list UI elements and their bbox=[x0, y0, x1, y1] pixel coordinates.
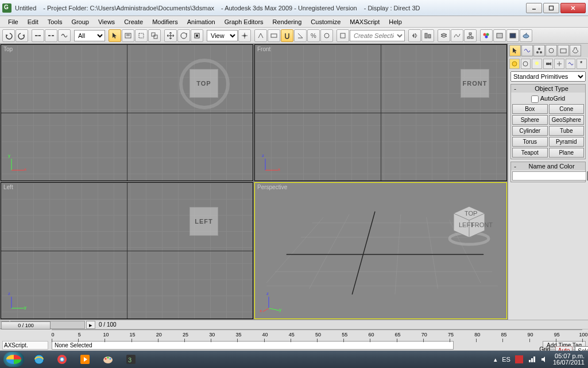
select-scale-button[interactable] bbox=[191, 29, 203, 42]
viewcube-top[interactable]: TOP bbox=[189, 69, 218, 98]
quick-render-button[interactable] bbox=[520, 29, 532, 42]
tray-volume-icon[interactable] bbox=[540, 355, 548, 363]
tube-button[interactable]: Tube bbox=[549, 126, 585, 136]
geometry-icon[interactable] bbox=[509, 59, 520, 69]
system-clock[interactable]: 05:07 p.m. 16/07/2011 bbox=[553, 353, 585, 366]
object-name-input[interactable] bbox=[512, 171, 586, 181]
chrome-icon[interactable] bbox=[51, 352, 73, 367]
schematic-view-button[interactable] bbox=[464, 29, 477, 42]
box-button[interactable]: Box bbox=[512, 104, 548, 114]
menu-rendering[interactable]: Rendering bbox=[268, 17, 307, 26]
redo-button[interactable] bbox=[16, 29, 28, 42]
selection-filter-combo[interactable]: All bbox=[74, 30, 105, 41]
named-selection-combo[interactable]: Create Selection Set bbox=[350, 30, 405, 41]
pyramid-button[interactable]: Pyramid bbox=[549, 137, 585, 147]
create-tab[interactable] bbox=[509, 45, 521, 56]
layers-button[interactable] bbox=[438, 29, 450, 42]
select-region-button[interactable] bbox=[135, 29, 148, 42]
sphere-button[interactable]: Sphere bbox=[512, 115, 548, 125]
time-ruler[interactable]: 0510152025303540455055606570758085909510… bbox=[52, 329, 582, 342]
utilities-tab[interactable] bbox=[570, 45, 581, 56]
tray-flag-icon[interactable] bbox=[515, 355, 523, 363]
select-by-name-button[interactable] bbox=[122, 29, 134, 42]
menu-tools[interactable]: Tools bbox=[43, 17, 67, 26]
name-color-header[interactable]: Name and Color bbox=[519, 163, 585, 170]
language-indicator[interactable]: ES bbox=[502, 356, 510, 363]
systems-icon[interactable]: * bbox=[577, 59, 587, 69]
hierarchy-tab[interactable] bbox=[533, 45, 545, 56]
mirror-button[interactable] bbox=[408, 29, 421, 42]
lights-icon[interactable] bbox=[532, 59, 542, 69]
viewport-left[interactable]: Left LEFT z y bbox=[1, 182, 253, 319]
menu-create[interactable]: Create bbox=[119, 17, 148, 26]
close-button[interactable] bbox=[560, 3, 586, 13]
percent-snap-button[interactable]: % bbox=[307, 29, 320, 42]
undo-button[interactable] bbox=[2, 29, 15, 42]
object-type-header[interactable]: Object Type bbox=[519, 85, 585, 92]
viewport-top[interactable]: Top TOP y x bbox=[1, 44, 253, 181]
menu-help[interactable]: Help bbox=[384, 17, 407, 26]
time-slider[interactable]: 0 / 100 bbox=[1, 321, 51, 329]
motion-tab[interactable] bbox=[546, 45, 557, 56]
window-crossing-button[interactable] bbox=[148, 29, 161, 42]
align-button[interactable] bbox=[421, 29, 434, 42]
menu-edit[interactable]: Edit bbox=[23, 17, 43, 26]
menu-modifiers[interactable]: Modifiers bbox=[148, 17, 183, 26]
spinner-snap-button[interactable] bbox=[320, 29, 333, 42]
select-rotate-button[interactable] bbox=[177, 29, 190, 42]
cylinder-button[interactable]: Cylinder bbox=[512, 126, 548, 136]
menu-views[interactable]: Views bbox=[94, 17, 119, 26]
menu-file[interactable]: File bbox=[3, 17, 23, 26]
viewcube-perspective[interactable]: LEFT FRONT TOP bbox=[443, 203, 495, 249]
primitive-type-combo[interactable]: Standard Primitives bbox=[510, 71, 586, 82]
ref-coord-combo[interactable]: View bbox=[207, 30, 238, 41]
curve-editor-button[interactable] bbox=[451, 29, 463, 42]
viewport-perspective[interactable]: Perspective LEFT FRONT TOP bbox=[254, 182, 507, 319]
manipulate-button[interactable] bbox=[254, 29, 267, 42]
minimize-button[interactable] bbox=[526, 3, 542, 13]
cameras-icon[interactable] bbox=[543, 59, 554, 69]
select-move-button[interactable] bbox=[164, 29, 177, 42]
modify-tab[interactable] bbox=[521, 45, 533, 56]
plane-button[interactable]: Plane bbox=[549, 148, 585, 158]
select-object-button[interactable] bbox=[109, 29, 121, 42]
spacewarps-icon[interactable] bbox=[566, 59, 576, 69]
render-setup-button[interactable] bbox=[493, 29, 506, 42]
scroll-right-button[interactable]: ▸ bbox=[86, 321, 95, 329]
shapes-icon[interactable] bbox=[521, 59, 531, 69]
3dsmax-taskbar-icon[interactable]: 3 bbox=[120, 352, 142, 367]
snap-toggle-button[interactable] bbox=[281, 29, 293, 42]
autogrid-checkbox[interactable] bbox=[531, 95, 539, 103]
bind-spacewarp-button[interactable] bbox=[58, 29, 71, 42]
cone-button[interactable]: Cone bbox=[549, 104, 585, 114]
menu-grapheditors[interactable]: Graph Editors bbox=[220, 17, 268, 26]
keyboard-shortcut-button[interactable] bbox=[268, 29, 280, 42]
teapot-button[interactable]: Teapot bbox=[512, 148, 548, 158]
angle-snap-button[interactable] bbox=[294, 29, 307, 42]
torus-button[interactable]: Torus bbox=[512, 137, 548, 147]
link-button[interactable] bbox=[32, 29, 44, 42]
tray-expand-icon[interactable]: ▴ bbox=[494, 356, 497, 363]
maxscript-mini[interactable]: AXScript. bbox=[2, 341, 48, 350]
menu-maxscript[interactable]: MAXScript bbox=[345, 17, 384, 26]
menu-group[interactable]: Group bbox=[67, 17, 94, 26]
geosphere-button[interactable]: GeoSphere bbox=[549, 115, 585, 125]
display-tab[interactable] bbox=[558, 45, 569, 56]
menu-animation[interactable]: Animation bbox=[183, 17, 220, 26]
viewport-front[interactable]: Front FRONT z x bbox=[254, 44, 507, 181]
menu-customize[interactable]: Customize bbox=[306, 17, 345, 26]
start-button[interactable] bbox=[3, 352, 24, 367]
media-icon[interactable] bbox=[74, 352, 96, 367]
paint-icon[interactable] bbox=[97, 352, 119, 367]
pivot-center-button[interactable] bbox=[238, 29, 251, 42]
tray-network-icon[interactable] bbox=[528, 355, 536, 363]
unlink-button[interactable] bbox=[45, 29, 57, 42]
viewcube-left[interactable]: LEFT bbox=[189, 207, 218, 236]
helpers-icon[interactable] bbox=[554, 59, 564, 69]
render-frame-button[interactable] bbox=[506, 29, 519, 42]
material-editor-button[interactable] bbox=[480, 29, 493, 42]
maximize-button[interactable] bbox=[543, 3, 559, 13]
named-sel-edit-button[interactable] bbox=[336, 29, 349, 42]
ie-icon[interactable] bbox=[28, 352, 50, 367]
viewcube-front[interactable]: FRONT bbox=[461, 69, 489, 98]
